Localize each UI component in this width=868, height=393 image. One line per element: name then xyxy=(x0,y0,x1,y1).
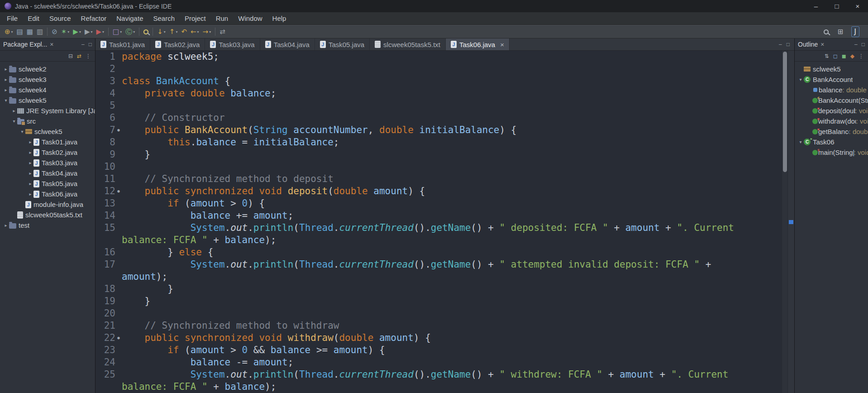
menu-edit[interactable]: Edit xyxy=(23,12,44,24)
dropdown-caret-icon[interactable]: ▾ xyxy=(120,30,122,34)
outline-item-main-string[interactable]: smain(String[]) : void xyxy=(795,147,868,158)
editor-scrollbar[interactable] xyxy=(782,51,787,393)
explorer-item-task02-java[interactable]: ▸JTask02.java xyxy=(0,147,95,158)
last-edit-location-button[interactable]: ↶ xyxy=(180,26,188,37)
explorer-item-task01-java[interactable]: ▸JTask01.java xyxy=(0,137,95,147)
explorer-item-sclweek5[interactable]: ▾sclweek5 xyxy=(0,126,95,137)
sort-icon[interactable]: ⇅ xyxy=(825,53,829,59)
dropdown-caret-icon[interactable]: ▾ xyxy=(164,30,166,34)
dropdown-caret-icon[interactable]: ▾ xyxy=(91,30,92,34)
outline-item-withdraw-double[interactable]: ▪withdraw(double) : void xyxy=(795,116,868,126)
close-view-icon[interactable] xyxy=(50,41,53,48)
package-explorer-title[interactable]: Package Expl... xyxy=(3,41,47,48)
forward-button[interactable]: →▾ xyxy=(201,26,213,37)
tab-task03-java[interactable]: JTask03.java xyxy=(205,38,260,50)
outline-item-bankaccount-string-double[interactable]: cBankAccount(String, double) xyxy=(795,95,868,105)
dropdown-caret-icon[interactable]: ▾ xyxy=(11,30,13,34)
print-button[interactable]: ▥ xyxy=(35,26,44,37)
collapsed-arrow-icon[interactable]: ▸ xyxy=(11,108,17,113)
tab-task02-java[interactable]: JTask02.java xyxy=(150,38,205,50)
close-view-icon[interactable] xyxy=(820,41,824,48)
new-wizard-button[interactable]: ⊕▾ xyxy=(3,26,14,37)
explorer-item-task03-java[interactable]: ▸JTask03.java xyxy=(0,158,95,168)
link-with-editor-icon[interactable]: ⇄ xyxy=(77,53,81,59)
run-button[interactable]: ▶▾ xyxy=(72,26,82,37)
open-perspective-button[interactable]: ⊞ xyxy=(836,26,845,37)
minimize-view-icon[interactable] xyxy=(81,41,85,48)
dropdown-caret-icon[interactable]: ▾ xyxy=(133,30,135,34)
minimize-window-button[interactable]: – xyxy=(806,0,826,12)
external-tools-button[interactable]: ▶▾ xyxy=(83,26,94,37)
collapsed-arrow-icon[interactable]: ▸ xyxy=(27,139,33,144)
collapsed-arrow-icon[interactable]: ▸ xyxy=(27,160,33,165)
hide-static-icon[interactable]: ◼ xyxy=(842,53,846,59)
minimize-view-icon[interactable] xyxy=(854,41,858,48)
code-editor[interactable]: 1package sclweek5;23class BankAccount {4… xyxy=(95,51,782,393)
menu-window[interactable]: Window xyxy=(233,12,267,24)
dropdown-caret-icon[interactable]: ▾ xyxy=(197,30,199,34)
new-class-button[interactable]: Ⓒ▾ xyxy=(124,26,136,37)
collapsed-arrow-icon[interactable]: ▸ xyxy=(3,77,9,82)
quick-search-button[interactable] xyxy=(822,26,830,37)
tab-task04-java[interactable]: JTask04.java xyxy=(260,38,315,50)
view-menu-icon[interactable]: ⋮ xyxy=(858,53,864,59)
collapsed-arrow-icon[interactable]: ▸ xyxy=(3,223,9,228)
explorer-item-sclweek4[interactable]: ▸sclweek4 xyxy=(0,85,95,95)
save-button[interactable]: ▤ xyxy=(15,26,24,37)
collapsed-arrow-icon[interactable]: ▸ xyxy=(27,181,33,186)
collapse-all-icon[interactable]: ⊟ xyxy=(68,53,73,59)
menu-run[interactable]: Run xyxy=(211,12,234,24)
close-window-button[interactable]: × xyxy=(847,0,868,12)
close-tab-icon[interactable]: × xyxy=(500,41,504,48)
menu-refactor[interactable]: Refactor xyxy=(76,12,112,24)
explorer-item-task05-java[interactable]: ▸JTask05.java xyxy=(0,178,95,189)
coverage-button[interactable]: ▶▾ xyxy=(95,26,105,37)
previous-annotation-button[interactable]: ↑▾ xyxy=(168,26,179,37)
annotation-marker[interactable] xyxy=(789,220,793,224)
save-all-button[interactable]: ▦ xyxy=(25,26,34,37)
scrollbar-thumb[interactable] xyxy=(783,52,787,172)
outline-item-getbalance[interactable]: ▪getBalance() : double xyxy=(795,126,868,137)
debug-button[interactable]: ✶▾ xyxy=(60,26,71,37)
outline-item-task06[interactable]: ▾C▸Task06 xyxy=(795,137,868,147)
collapsed-arrow-icon[interactable]: ▸ xyxy=(27,192,33,196)
java-perspective-button[interactable]: J xyxy=(851,26,859,37)
dropdown-caret-icon[interactable]: ▾ xyxy=(176,30,177,34)
collapsed-arrow-icon[interactable]: ▸ xyxy=(3,87,9,92)
explorer-item-module-info-java[interactable]: Jmodule-info.java xyxy=(0,199,95,210)
expanded-arrow-icon[interactable]: ▾ xyxy=(797,77,804,82)
dropdown-caret-icon[interactable]: ▾ xyxy=(67,30,69,34)
explorer-item-task04-java[interactable]: ▸JTask04.java xyxy=(0,168,95,178)
explorer-item-test[interactable]: ▸test xyxy=(0,220,95,230)
dropdown-caret-icon[interactable]: ▾ xyxy=(102,30,104,34)
explorer-item-sclweek2[interactable]: ▸sclweek2 xyxy=(0,64,95,74)
expanded-arrow-icon[interactable]: ▾ xyxy=(3,98,9,103)
new-java-project-button[interactable]: □▾ xyxy=(111,26,123,37)
collapsed-arrow-icon[interactable]: ▸ xyxy=(27,171,33,176)
hide-fields-icon[interactable]: ◻ xyxy=(833,53,838,59)
dropdown-caret-icon[interactable]: ▾ xyxy=(209,30,211,34)
maximize-window-button[interactable]: □ xyxy=(826,0,847,12)
search-button[interactable] xyxy=(142,26,150,37)
expanded-arrow-icon[interactable]: ▾ xyxy=(19,129,25,134)
outline-title[interactable]: Outline xyxy=(798,41,818,48)
outline-item-bankaccount[interactable]: ▾CBankAccount xyxy=(795,74,868,85)
collapsed-arrow-icon[interactable]: ▸ xyxy=(3,67,9,72)
back-button[interactable]: ←▾ xyxy=(189,26,200,37)
menu-help[interactable]: Help xyxy=(267,12,291,24)
explorer-item-sclweek3[interactable]: ▸sclweek3 xyxy=(0,74,95,85)
collapsed-arrow-icon[interactable]: ▸ xyxy=(27,150,33,155)
outline-item-deposit-double[interactable]: ▪deposit(double) : void xyxy=(795,105,868,116)
maximize-view-icon[interactable] xyxy=(862,41,865,48)
expanded-arrow-icon[interactable]: ▾ xyxy=(11,119,17,124)
explorer-item-src[interactable]: ▾src xyxy=(0,116,95,126)
tab-slcweek05task5-txt[interactable]: slcweek05task5.txt xyxy=(370,38,446,50)
maximize-view-icon[interactable] xyxy=(89,41,92,48)
expanded-arrow-icon[interactable]: ▾ xyxy=(797,139,804,144)
explorer-item-task06-java[interactable]: ▸JTask06.java xyxy=(0,189,95,199)
outline-item-sclweek5[interactable]: sclweek5 xyxy=(795,64,868,74)
menu-source[interactable]: Source xyxy=(44,12,76,24)
hide-non-public-icon[interactable]: ◆ xyxy=(850,53,854,59)
outline-item-balance[interactable]: balance : double xyxy=(795,85,868,95)
explorer-item-sclweek5[interactable]: ▾sclweek5 xyxy=(0,95,95,105)
